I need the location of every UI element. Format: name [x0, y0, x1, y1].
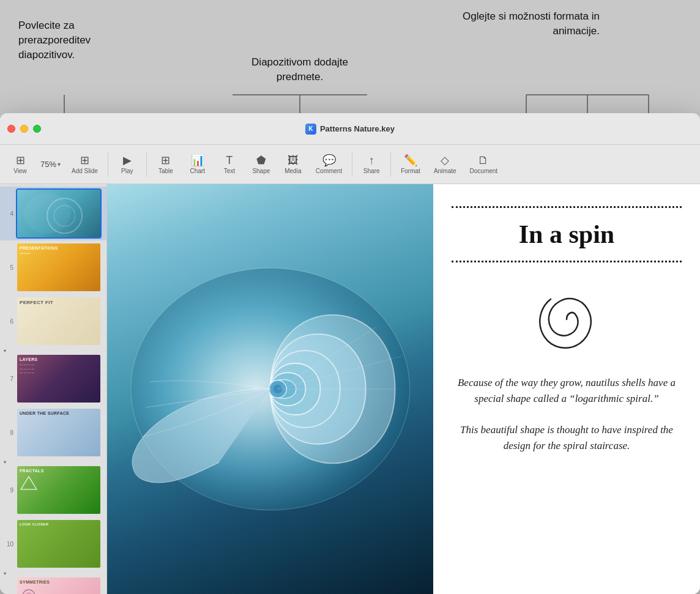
document-label: Document	[470, 168, 498, 174]
titlebar: K Patterns Nature.key	[0, 113, 700, 145]
text-button[interactable]: T Text	[214, 152, 245, 177]
slide-num-9: 9	[4, 487, 13, 494]
fullscreen-button[interactable]	[33, 125, 41, 133]
main-slide: In a spin Because of the way they grow, …	[107, 184, 700, 594]
slide-item-10[interactable]: 10 Look closer	[0, 517, 106, 571]
format-label: Format	[401, 168, 420, 174]
thumb-7-title: LAYERS	[20, 357, 98, 362]
media-label: Media	[285, 168, 301, 174]
keynote-app-icon: K	[305, 124, 316, 135]
animate-icon: ◇	[441, 155, 449, 166]
add-slide-label: Add Slide	[72, 168, 98, 174]
close-button[interactable]	[7, 125, 15, 133]
play-label: Play	[121, 168, 133, 174]
slide-num-10: 10	[4, 541, 13, 548]
shape-label: Shape	[252, 168, 270, 174]
animate-button[interactable]: ◇ Animate	[428, 152, 463, 177]
toolbar: ⊞ View 75% ▾ ⊞ Add Slide ▶ Play ⊞ Table …	[0, 145, 700, 184]
slide-item-4[interactable]: 4	[0, 187, 106, 240]
comment-button[interactable]: 💬 Comment	[310, 152, 348, 177]
table-icon: ⊞	[161, 155, 170, 166]
slide-thumb-7: LAYERS — — — —— — — —— — — —	[16, 354, 102, 404]
view-label: View	[13, 168, 27, 174]
thumb-7-body: — — — —— — — —— — — —	[20, 363, 98, 375]
slide-thumb-10: Look closer	[16, 519, 102, 569]
chart-button[interactable]: 📊 Chart	[182, 152, 213, 177]
text-label: Text	[224, 168, 235, 174]
shape-icon: ⬟	[256, 155, 266, 166]
format-button[interactable]: ✏️ Format	[395, 152, 426, 177]
text-icon: T	[226, 155, 233, 166]
slide-item-5[interactable]: 5 PRESENTATIONS ••••••••••	[0, 240, 106, 294]
active-overlay	[17, 190, 100, 237]
slide-item-7[interactable]: 7 LAYERS — — — —— — — —— — — —	[0, 352, 106, 406]
slide-num-8: 8	[4, 429, 13, 436]
slide-thumb-8: Under the surface	[16, 407, 102, 458]
thumb-9-title: FRACTALS	[20, 469, 98, 473]
chart-icon: 📊	[191, 155, 204, 166]
thumb-11-title: SYMMETRIES	[20, 580, 98, 584]
nautilus-illustration	[124, 225, 417, 553]
slide-item-11[interactable]: 11 SYMMETRIES	[0, 574, 106, 594]
minimize-button[interactable]	[20, 125, 28, 133]
separator-4	[390, 152, 391, 177]
share-icon: ↑	[369, 155, 374, 166]
slide-num-7: 7	[4, 376, 13, 382]
svg-marker-12	[21, 477, 37, 489]
view-icon: ⊞	[16, 155, 25, 166]
bottom-dotted-line	[452, 261, 682, 262]
zoom-chevron-icon: ▾	[58, 161, 61, 168]
separator-3	[352, 152, 352, 177]
thumb-11-icon	[20, 587, 38, 594]
slide-body-1: Because of the way they grow, nautilus s…	[452, 375, 682, 406]
document-button[interactable]: 🗋 Document	[464, 152, 504, 177]
table-label: Table	[158, 168, 173, 174]
view-button[interactable]: ⊞ View	[5, 152, 35, 177]
slide-thumb-9: FRACTALS	[16, 465, 102, 515]
window-title-area: K Patterns Nature.key	[305, 124, 395, 135]
slide-photo	[107, 184, 433, 594]
animate-label: Animate	[434, 168, 456, 174]
play-button[interactable]: ▶ Play	[112, 152, 143, 177]
thumb-10-title: Look closer	[20, 522, 98, 526]
media-icon: 🖼	[288, 155, 299, 166]
thumb-8-title: Under the surface	[20, 411, 98, 415]
add-slide-icon: ⊞	[80, 155, 89, 166]
slide-item-8[interactable]: 8 Under the surface	[0, 406, 106, 459]
slide-thumb-4	[16, 188, 102, 239]
slide-item-9[interactable]: 9 FRACTALS	[0, 463, 106, 517]
keynote-window: K Patterns Nature.key ⊞ View 75% ▾ ⊞ Add…	[0, 113, 700, 594]
zoom-value: 75%	[40, 160, 56, 169]
slide-panel[interactable]: 4 5	[0, 184, 107, 594]
separator-2	[146, 152, 147, 177]
thumb-6-title: Perfect fit	[20, 300, 98, 305]
main-area: 4 5	[0, 184, 700, 594]
zoom-button[interactable]: 75% ▾	[37, 157, 64, 171]
annotation-format: Oglejte si možnosti formata in animacije…	[428, 9, 600, 39]
window-title: Patterns Nature.key	[320, 124, 395, 133]
media-button[interactable]: 🖼 Media	[278, 152, 308, 177]
slide-item-6[interactable]: 6 Perfect fit	[0, 294, 106, 348]
slide-num-6: 6	[4, 318, 13, 325]
annotation-drag: Povlecite za prerazporeditev diapozitivo…	[18, 18, 116, 62]
slide-num-5: 5	[4, 264, 13, 271]
slide-thumb-5: PRESENTATIONS ••••••••••	[16, 242, 102, 292]
thumb-9-icon	[20, 475, 38, 491]
document-icon: 🗋	[478, 155, 489, 166]
table-button[interactable]: ⊞ Table	[151, 152, 181, 177]
spiral-container	[452, 280, 682, 359]
slide-title: In a spin	[452, 220, 682, 248]
share-button[interactable]: ↑ Share	[356, 152, 387, 177]
format-icon: ✏️	[404, 155, 417, 166]
slide-body-2: This beautiful shape is thought to have …	[452, 422, 682, 453]
slide-thumb-11: SYMMETRIES	[16, 576, 102, 594]
play-icon: ▶	[123, 155, 132, 166]
separator-1	[108, 152, 108, 177]
canvas-area[interactable]: In a spin Because of the way they grow, …	[107, 184, 700, 594]
add-slide-button[interactable]: ⊞ Add Slide	[65, 152, 104, 177]
spiral-svg	[524, 280, 609, 359]
share-label: Share	[363, 168, 380, 174]
annotation-add: Diapozitivom dodajte predmete.	[239, 55, 361, 84]
thumb-5-body: ••••••••••	[20, 251, 98, 256]
shape-button[interactable]: ⬟ Shape	[246, 152, 277, 177]
